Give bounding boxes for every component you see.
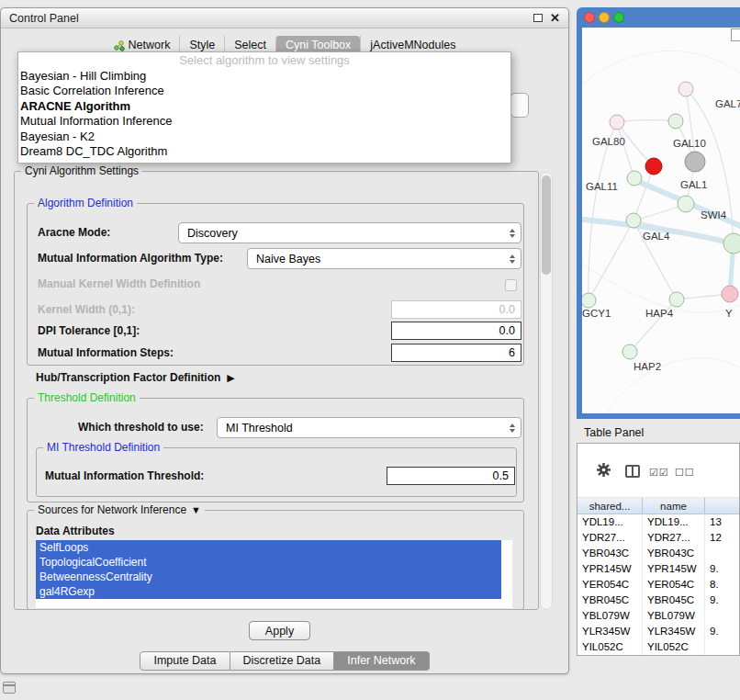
bottom-tab-discretize-data[interactable]: Discretize Data xyxy=(230,651,335,671)
network-edge xyxy=(582,257,740,312)
attribute-item-gal4rgexp[interactable]: gal4RGexp xyxy=(36,584,501,599)
node-gal11[interactable] xyxy=(627,171,642,186)
attribute-item-topologicalcoefficient[interactable]: TopologicalCoefficient xyxy=(36,555,501,570)
settings-scrollbar[interactable] xyxy=(540,172,553,610)
birdseye-toggle-icon[interactable] xyxy=(731,28,740,41)
tab-label: jActiveMNodules xyxy=(370,39,455,52)
combo-arrows-icon xyxy=(510,229,515,238)
table-row[interactable]: YBR043CYBR043C xyxy=(577,546,739,561)
table-row[interactable]: YBR045CYBR045C9. xyxy=(577,593,739,608)
deselect-all-columns-icon[interactable]: ☐☐ xyxy=(675,467,695,479)
bottom-tab-impute-data[interactable]: Impute Data xyxy=(140,651,230,671)
table-cell: YBR045C xyxy=(577,593,643,608)
collapsed-arrow-icon: ▶ xyxy=(227,372,234,384)
network-view-window: GAL7GAL80GAL10GAL11GAL1SWI4GAL4GCY1HAP4Y… xyxy=(577,7,740,419)
node-label-gal80: GAL80 xyxy=(592,136,625,147)
node-hap4[interactable] xyxy=(669,292,684,307)
combo-arrows-icon xyxy=(510,254,515,264)
settings-gear-icon[interactable] xyxy=(596,462,611,478)
menu-item-bayesian-k2[interactable]: Bayesian - K2 xyxy=(18,130,510,145)
menu-item-bayesian-hill-climbing[interactable]: Bayesian - Hill Climbing xyxy=(18,69,510,85)
mi-type-select[interactable]: Naive Bayes xyxy=(247,248,521,269)
node-label-hap2: HAP2 xyxy=(633,361,661,372)
column-header-col2[interactable] xyxy=(705,498,739,514)
table-toolbar: ☑☑ ☐☐ xyxy=(577,444,739,497)
network-canvas[interactable]: GAL7GAL80GAL10GAL11GAL1SWI4GAL4GCY1HAP4Y… xyxy=(582,28,740,413)
kernel-width-field[interactable]: 0.0 xyxy=(391,300,521,319)
node-green-right[interactable] xyxy=(723,233,740,254)
menu-item-basic-correlation-inference[interactable]: Basic Correlation Inference xyxy=(18,84,510,99)
node-label-gal7: GAL7 xyxy=(715,98,740,109)
node-hap2[interactable] xyxy=(622,344,637,359)
algorithm-dropdown-menu: Select algorithm to view settingsBayesia… xyxy=(17,51,511,164)
apply-button[interactable]: Apply xyxy=(249,621,310,640)
column-header-name[interactable]: name xyxy=(643,498,705,514)
table-row[interactable]: YPR145WYPR145W9. xyxy=(577,561,739,577)
node-gal10[interactable] xyxy=(685,152,705,172)
mi-steps-field[interactable]: 6 xyxy=(391,344,521,362)
close-panel-icon[interactable]: ✕ xyxy=(550,12,560,24)
algorithm-combo-edge[interactable] xyxy=(510,93,529,118)
tab-label: Style xyxy=(189,39,215,52)
column-header-shared[interactable]: shared... xyxy=(577,498,643,514)
attribute-item-selfloops[interactable]: SelfLoops xyxy=(36,540,501,555)
mi-threshold-group-title: MI Threshold Definition xyxy=(43,441,163,454)
node-label-gal11: GAL11 xyxy=(586,181,618,192)
node-label-gal10: GAL10 xyxy=(673,138,706,149)
table-row[interactable]: YER054CYER054C8. xyxy=(577,577,739,593)
traffic-close-button[interactable] xyxy=(584,12,595,23)
node-pink-top[interactable] xyxy=(678,82,693,96)
table-cell: YPR145W xyxy=(643,561,705,577)
scrollbar-thumb[interactable] xyxy=(542,175,551,275)
node-label-hap4: HAP4 xyxy=(645,308,673,319)
show-columns-icon[interactable] xyxy=(625,465,640,478)
attribute-item-betweennesscentrality[interactable]: BetweennessCentrality xyxy=(36,570,501,584)
table-row[interactable]: YIL052CYIL052C xyxy=(577,639,739,655)
bottom-tabs: Impute DataDiscretize DataInfer Network xyxy=(1,651,568,671)
table-cell: YIL052C xyxy=(643,639,705,655)
menu-item-dream8-dc-tdc-algorithm[interactable]: Dream8 DC_TDC Algorithm xyxy=(18,144,510,160)
table-cell: YER054C xyxy=(643,577,705,593)
which-threshold-select[interactable]: MI Threshold xyxy=(217,417,521,438)
table-cell: YBL079W xyxy=(577,608,643,624)
node-gal80[interactable] xyxy=(610,115,624,130)
bottom-tab-infer-network[interactable]: Infer Network xyxy=(334,651,429,671)
table-cell: YBL079W xyxy=(643,608,705,624)
which-threshold-value: MI Threshold xyxy=(226,422,293,435)
sources-group-title[interactable]: Sources for Network Inference ▼ xyxy=(34,503,205,516)
node-red[interactable] xyxy=(645,158,662,175)
node-green-mid[interactable] xyxy=(668,114,683,129)
menu-item-mutual-information-inference[interactable]: Mutual Information Inference xyxy=(18,114,510,130)
menu-item-aracne-algorithm[interactable]: ARACNE Algorithm xyxy=(18,99,510,115)
node-pink-right[interactable] xyxy=(722,286,738,302)
node-gal4[interactable] xyxy=(626,213,641,228)
tab-label: Select xyxy=(234,39,266,52)
table-row[interactable]: YDL19...YDL19...13 xyxy=(577,514,739,530)
data-attributes-list[interactable]: SelfLoopsTopologicalCoefficientBetweenne… xyxy=(36,540,512,608)
aracne-mode-select[interactable]: Discovery xyxy=(178,222,521,243)
control-panel-window: Control Panel ✕ NetworkStyleSelectCyni T… xyxy=(0,7,569,674)
node-green-left[interactable] xyxy=(582,293,596,308)
manual-kernel-label: Manual Kernel Width Definition xyxy=(38,277,200,290)
table-header-row: shared...name xyxy=(577,497,739,514)
collapsed-panel-icon[interactable] xyxy=(3,682,16,694)
float-window-icon[interactable] xyxy=(533,14,543,22)
select-all-columns-icon[interactable]: ☑☑ xyxy=(649,467,669,479)
table-row[interactable]: YDR27...YDR27...12 xyxy=(577,530,739,546)
network-tab-icon xyxy=(114,40,125,51)
node-gal1[interactable] xyxy=(678,196,694,212)
manual-kernel-checkbox[interactable] xyxy=(505,279,517,291)
dpi-tolerance-field[interactable]: 0.0 xyxy=(391,322,521,340)
table-cell: YDR27... xyxy=(577,530,643,546)
table-row[interactable]: YBL079WYBL079W xyxy=(577,608,739,624)
node-label-gcy1: GCY1 xyxy=(582,308,611,319)
table-row[interactable]: YLR345WYLR345W9. xyxy=(577,624,739,639)
mi-threshold-field[interactable]: 0.5 xyxy=(387,467,515,485)
table-cell: YLR345W xyxy=(577,624,643,639)
table-cell xyxy=(705,639,739,655)
dpi-tolerance-label: DPI Tolerance [0,1]: xyxy=(38,324,140,337)
traffic-zoom-button[interactable] xyxy=(613,12,624,23)
traffic-minimize-button[interactable] xyxy=(599,12,610,23)
hub-definition-section[interactable]: Hub/Transcription Factor Definition ▶ xyxy=(36,371,235,384)
network-edge xyxy=(617,122,634,178)
